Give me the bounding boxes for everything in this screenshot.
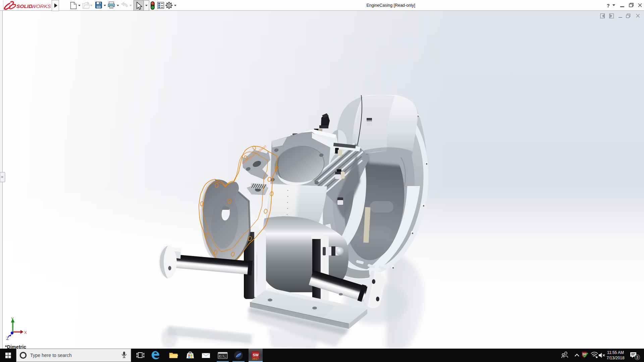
svg-text:SW: SW <box>253 353 259 357</box>
svg-text:3: 3 <box>636 355 638 359</box>
svg-text:2017: 2017 <box>252 357 259 360</box>
svg-text:?: ? <box>607 3 610 8</box>
svg-text:C:\_: C:\_ <box>219 355 226 358</box>
svg-text:WORKS: WORKS <box>31 3 51 9</box>
svg-text:SOLID: SOLID <box>16 3 32 9</box>
